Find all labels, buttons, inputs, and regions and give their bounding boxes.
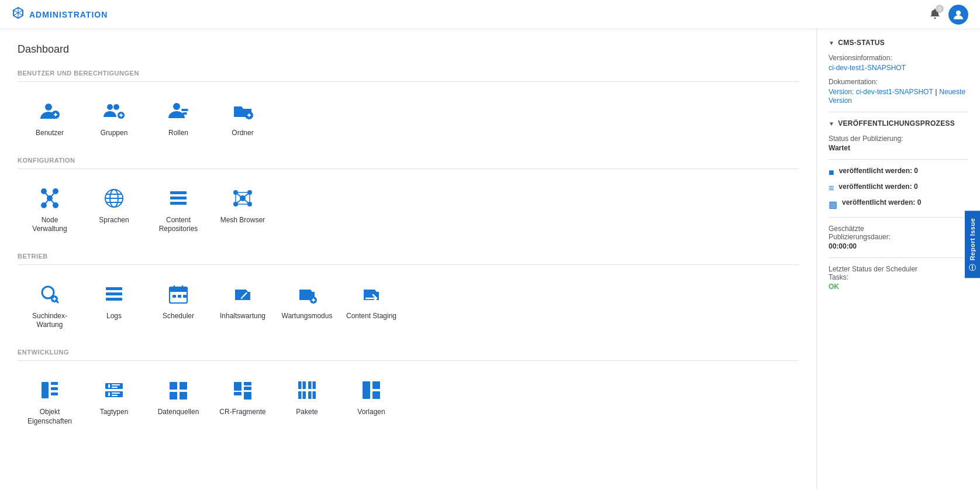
nav-logs[interactable]: Logs [82,274,146,337]
version-link[interactable]: ci-dev-test1-SNAPSHOT [829,64,906,72]
nav-gruppen[interactable]: Gruppen [82,91,146,145]
report-issue-button[interactable]: Report Issue [965,211,980,278]
nav-ordner[interactable]: Ordner [211,91,275,145]
nav-node-verwaltung[interactable]: Node Verwaltung [18,178,82,241]
nav-vorlagen[interactable]: Vorlagen [339,370,403,433]
nav-content-staging[interactable]: Content Staging [339,274,403,337]
content-staging-icon [358,281,384,307]
svg-point-0 [934,18,936,19]
svg-rect-62 [108,384,110,388]
publish-header[interactable]: ▼ VERÖFFENTLICHUNGSPROZESS [829,119,968,128]
report-issue-container: Report Issue [965,211,980,278]
svg-rect-65 [108,392,110,396]
svg-point-2 [45,104,52,111]
svg-rect-25 [170,191,187,194]
svg-rect-69 [180,382,187,390]
pub-item-1: ≡ veröffentlicht werden: 0 [829,182,968,194]
svg-rect-66 [112,392,120,394]
svg-point-4 [107,104,113,110]
svg-rect-45 [106,292,122,295]
svg-rect-52 [178,295,181,298]
scheduler-status-value: OK [829,283,968,291]
gruppen-icon [101,98,127,124]
nav-content-repositories[interactable]: Content Repositories [146,178,211,241]
section-label-entwicklung: ENTWICKLUNG [18,349,799,356]
pub-folder-icon: ■ [829,167,834,178]
nav-tagtypen[interactable]: Tagtypen [82,370,146,433]
svg-point-5 [113,104,119,110]
nav-sprachen[interactable]: Sprachen [82,178,146,241]
nav-scheduler[interactable]: Scheduler [146,274,211,337]
nav-suchindex[interactable]: Suchindex- Wartung [18,274,82,337]
version-label: Versionsinformation: [829,54,968,62]
wartungsmodus-label: Wartungsmodus [282,312,333,321]
svg-rect-63 [112,384,120,385]
version-row: Versionsinformation: ci-dev-test1-SNAPSH… [829,54,968,72]
notification-button[interactable]: 0 [929,7,941,22]
sidebar-divider-4 [829,257,968,258]
svg-rect-68 [170,382,177,390]
svg-rect-71 [180,392,187,400]
mesh-browser-label: Mesh Browser [220,216,265,225]
nav-inhaltswartung[interactable]: Inhaltswartung [211,274,275,337]
nav-datenquellen[interactable]: Datenquellen [146,370,211,433]
icon-grid-betrieb: Suchindex- Wartung Logs [18,274,799,337]
pub-lines-icon: ≡ [829,183,834,194]
sidebar-divider-2 [829,159,968,160]
nav-objekt-eigenschaften[interactable]: Objekt Eigenschaften [18,370,82,433]
objekt-props-icon [37,377,63,403]
cms-status-header[interactable]: ▼ CMS-STATUS [829,39,968,47]
pakete-label: Pakete [296,408,318,417]
cms-status-label: CMS-STATUS [838,39,885,47]
sidebar-divider-1 [829,112,968,112]
ordner-icon [230,98,256,124]
svg-rect-56 [42,382,49,398]
icon-grid-entwicklung: Objekt Eigenschaften [18,370,799,433]
svg-rect-48 [170,287,187,292]
app-title: ADMINISTRATION [29,10,108,19]
svg-rect-51 [172,295,176,298]
section-label-benutzer: BENUTZER UND BERECHTIGUNGEN [18,70,799,77]
user-avatar[interactable] [948,5,968,25]
publish-chevron: ▼ [829,120,834,127]
inhaltswartung-label: Inhaltswartung [220,312,265,321]
content-area: Dashboard BENUTZER UND BERECHTIGUNGEN Be… [0,29,816,489]
nav-benutzer[interactable]: Benutzer [18,91,82,145]
tagtypen-label: Tagtypen [100,408,129,417]
sprachen-label: Sprachen [99,216,129,225]
cr-fragmente-icon [230,377,256,403]
svg-rect-67 [112,395,118,396]
nav-wartungsmodus[interactable]: Wartungsmodus [275,274,339,337]
svg-rect-59 [51,392,58,395]
svg-line-19 [50,198,56,205]
svg-rect-75 [244,392,251,400]
svg-rect-64 [112,387,118,388]
nav-rollen[interactable]: Rollen [146,91,211,145]
nav-pakete[interactable]: Pakete [275,370,339,433]
datenquellen-icon [165,377,191,403]
sidebar-divider-3 [829,217,968,218]
gruppen-label: Gruppen [101,129,128,138]
divider-betrieb [18,264,799,265]
rollen-icon [165,98,191,124]
publish-status-row: Status der Publizierung: Wartet [829,135,968,152]
scheduler-tasks-label: Letzter Status der Scheduler Tasks: [829,265,968,281]
header-left: ADMINISTRATION [12,6,108,22]
cms-status-chevron: ▼ [829,40,834,46]
svg-line-18 [44,198,50,205]
right-sidebar: ▼ CMS-STATUS Versionsinformation: ci-dev… [816,29,980,489]
logo-icon [12,6,25,22]
app-header: ADMINISTRATION 0 [0,0,980,29]
pub-item-0: ■ veröffentlicht werden: 0 [829,167,968,178]
report-issue-label: Report Issue [969,218,976,261]
duration-value: 00:00:00 [829,242,968,250]
svg-line-17 [50,191,56,198]
svg-rect-61 [105,391,123,397]
content-repo-icon [165,185,191,211]
svg-rect-88 [372,391,380,399]
rollen-label: Rollen [168,129,188,138]
nav-mesh-browser[interactable]: Mesh Browser [211,178,275,241]
svg-rect-58 [51,387,58,390]
nav-cr-fragmente[interactable]: CR-Fragmente [211,370,275,433]
docs-link1[interactable]: Version: ci-dev-test1-SNAPSHOT [829,88,933,96]
